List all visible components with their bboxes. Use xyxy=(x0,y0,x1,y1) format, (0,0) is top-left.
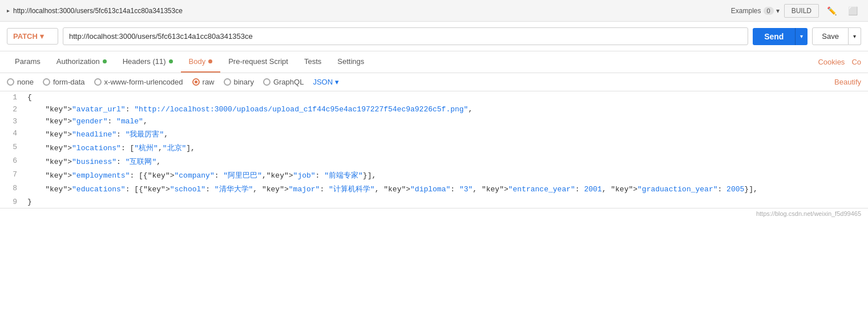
tab-params-label: Params xyxy=(15,57,41,66)
line-content: "key">"business": "互联网", xyxy=(23,155,868,168)
table-row: 3 "key">"gender": "male", xyxy=(0,115,868,127)
form-data-label: form-data xyxy=(53,78,85,86)
expand-icon[interactable]: ⬜ xyxy=(845,5,861,17)
examples-badge: 0 xyxy=(764,7,774,15)
table-row: 7 "key">"employments": [{"key">"company"… xyxy=(0,168,868,182)
body-options-row: none form-data x-www-form-urlencoded raw… xyxy=(0,73,868,91)
tab-body-label: Body xyxy=(189,57,206,66)
save-button[interactable]: Save xyxy=(812,27,849,45)
body-dot xyxy=(208,59,212,63)
table-row: 5 "key">"locations": ["杭州","北京"], xyxy=(0,141,868,155)
tabs-row: Params Authorization Headers (11) Body P… xyxy=(0,51,868,73)
bottom-url: https://blog.csdn.net/weixin_f5d99465 xyxy=(756,210,861,217)
code-link[interactable]: Co xyxy=(851,52,861,72)
line-content: { xyxy=(23,91,868,103)
option-urlencoded[interactable]: x-www-form-urlencoded xyxy=(94,78,183,86)
raw-radio xyxy=(192,78,200,86)
tab-params[interactable]: Params xyxy=(7,51,49,73)
option-raw[interactable]: raw xyxy=(192,78,215,86)
json-chevron-icon: ▾ xyxy=(335,78,339,86)
table-row: 1{ xyxy=(0,91,868,103)
graphql-label: GraphQL xyxy=(273,78,304,86)
examples-label: Examples xyxy=(731,7,761,15)
option-form-data[interactable]: form-data xyxy=(43,78,85,86)
tab-settings[interactable]: Settings xyxy=(329,51,372,73)
line-number: 2 xyxy=(0,103,23,115)
table-row: 6 "key">"business": "互联网", xyxy=(0,155,868,168)
tab-settings-label: Settings xyxy=(337,57,364,66)
save-btn-group: Save ▾ xyxy=(812,27,861,45)
json-selector[interactable]: JSON ▾ xyxy=(313,78,339,86)
headers-dot xyxy=(169,59,173,63)
tab-pre-request-label: Pre-request Script xyxy=(228,57,288,66)
line-content: } xyxy=(23,196,868,208)
tabs-right: Cookies Co xyxy=(818,52,861,72)
option-graphql[interactable]: GraphQL xyxy=(263,78,304,86)
body-options-right: Beautify xyxy=(834,78,861,86)
none-label: none xyxy=(17,78,34,86)
beautify-button[interactable]: Beautify xyxy=(834,78,861,86)
top-url-text: http://localhost:3000/users/5fc613c14a1c… xyxy=(13,7,183,15)
line-number: 7 xyxy=(0,168,23,182)
method-selector[interactable]: PATCH ▾ xyxy=(7,28,58,45)
top-url: ▸ http://localhost:3000/users/5fc613c14a… xyxy=(7,7,731,15)
tab-headers-label: Headers (11) xyxy=(123,57,166,66)
top-bar-right: Examples 0 ▾ BUILD ✏️ ⬜ xyxy=(731,4,861,18)
tab-authorization-label: Authorization xyxy=(56,57,100,66)
line-number: 1 xyxy=(0,91,23,103)
arrow-icon: ▸ xyxy=(7,7,10,14)
tab-authorization[interactable]: Authorization xyxy=(49,51,115,73)
method-chevron-icon: ▾ xyxy=(40,32,44,41)
urlencoded-radio xyxy=(94,78,102,86)
url-input[interactable] xyxy=(63,27,748,45)
send-btn-group: Send ▾ xyxy=(753,28,808,45)
urlencoded-label: x-www-form-urlencoded xyxy=(104,78,183,86)
edit-icon[interactable]: ✏️ xyxy=(823,5,840,17)
tab-tests-label: Tests xyxy=(304,57,321,66)
line-content: "key">"locations": ["杭州","北京"], xyxy=(23,141,868,155)
form-data-radio xyxy=(43,78,50,86)
table-row: 9} xyxy=(0,196,868,208)
tab-headers[interactable]: Headers (11) xyxy=(115,51,181,73)
line-number: 8 xyxy=(0,182,23,196)
line-content: "key">"avatar_url": "http://localhost:30… xyxy=(23,103,868,115)
tab-pre-request[interactable]: Pre-request Script xyxy=(220,51,296,73)
table-row: 4 "key">"headline": "我最厉害", xyxy=(0,127,868,141)
binary-radio xyxy=(224,78,231,86)
request-bar: PATCH ▾ Send ▾ Save ▾ xyxy=(0,22,868,51)
cookies-link[interactable]: Cookies xyxy=(818,52,845,72)
send-dropdown-button[interactable]: ▾ xyxy=(795,28,808,45)
line-content: "key">"employments": [{"key">"company": … xyxy=(23,168,868,182)
option-none[interactable]: none xyxy=(7,78,34,86)
bottom-bar: https://blog.csdn.net/weixin_f5d99465 xyxy=(0,208,868,219)
table-row: 8 "key">"educations": [{"key">"school": … xyxy=(0,182,868,196)
save-dropdown-button[interactable]: ▾ xyxy=(849,27,861,45)
method-label: PATCH xyxy=(13,32,38,41)
json-label: JSON xyxy=(313,78,333,86)
line-number: 5 xyxy=(0,141,23,155)
line-content: "key">"gender": "male", xyxy=(23,115,868,127)
line-content: "key">"headline": "我最厉害", xyxy=(23,127,868,141)
line-content: "key">"educations": [{"key">"school": "清… xyxy=(23,182,868,196)
line-number: 4 xyxy=(0,127,23,141)
line-number: 9 xyxy=(0,196,23,208)
line-number: 3 xyxy=(0,115,23,127)
line-number: 6 xyxy=(0,155,23,168)
raw-label: raw xyxy=(203,78,215,86)
binary-label: binary xyxy=(234,78,254,86)
send-button[interactable]: Send xyxy=(753,28,795,45)
authorization-dot xyxy=(103,59,107,63)
examples-chevron-icon: ▾ xyxy=(776,7,780,15)
code-table: 1{2 "key">"avatar_url": "http://localhos… xyxy=(0,91,868,208)
tab-tests[interactable]: Tests xyxy=(296,51,329,73)
table-row: 2 "key">"avatar_url": "http://localhost:… xyxy=(0,103,868,115)
tab-body[interactable]: Body xyxy=(181,51,221,73)
build-button[interactable]: BUILD xyxy=(784,4,819,18)
option-binary[interactable]: binary xyxy=(224,78,254,86)
examples-button[interactable]: Examples 0 ▾ xyxy=(731,7,780,15)
graphql-radio xyxy=(263,78,271,86)
top-bar: ▸ http://localhost:3000/users/5fc613c14a… xyxy=(0,0,868,22)
code-editor[interactable]: 1{2 "key">"avatar_url": "http://localhos… xyxy=(0,91,868,208)
none-radio xyxy=(7,78,14,86)
